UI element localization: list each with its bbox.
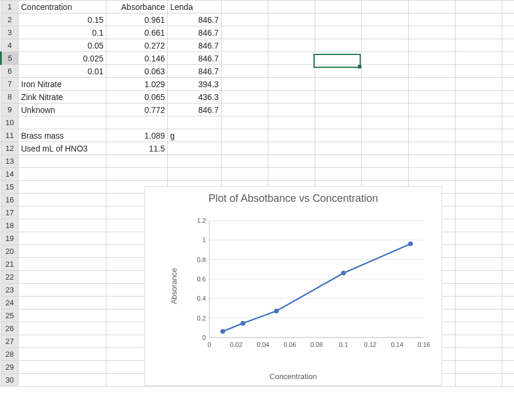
row-header[interactable]: 17: [1, 206, 19, 219]
cell[interactable]: [456, 52, 502, 65]
cell[interactable]: [362, 129, 409, 142]
cell[interactable]: [502, 142, 515, 155]
cell[interactable]: [268, 116, 315, 129]
cell[interactable]: [409, 104, 456, 116]
cell-A22[interactable]: [19, 271, 106, 284]
cell[interactable]: [222, 26, 268, 39]
chart-object[interactable]: Plot of Absotbance vs Concentration Abso…: [144, 186, 442, 386]
cell[interactable]: [362, 39, 409, 52]
cell[interactable]: [315, 129, 362, 142]
cell[interactable]: [362, 142, 409, 155]
cell[interactable]: [362, 155, 409, 168]
cell[interactable]: [502, 78, 515, 91]
cell[interactable]: [502, 232, 515, 245]
row-header[interactable]: 13: [1, 155, 19, 168]
cell-A6[interactable]: 0.01: [19, 65, 106, 78]
row-header[interactable]: 10: [1, 116, 19, 129]
row-header[interactable]: 9: [1, 104, 19, 116]
cell[interactable]: [409, 91, 456, 104]
row-header[interactable]: 1: [1, 1, 19, 13]
cell-B5[interactable]: 0.146: [106, 52, 168, 65]
row-header[interactable]: 27: [1, 335, 19, 348]
cell[interactable]: [502, 245, 515, 258]
cell[interactable]: [315, 52, 362, 65]
cell-A12[interactable]: Used mL of HNO3: [19, 142, 106, 155]
cell-C14[interactable]: [168, 168, 222, 181]
cell[interactable]: [456, 335, 502, 348]
cell[interactable]: [409, 142, 456, 155]
cell[interactable]: [502, 39, 515, 52]
cell[interactable]: [456, 271, 502, 284]
cell[interactable]: [456, 258, 502, 271]
cell[interactable]: [456, 104, 502, 116]
cell-C7[interactable]: 394.3: [168, 78, 222, 91]
cell[interactable]: [362, 104, 409, 116]
cell-C12[interactable]: [168, 142, 222, 155]
cell[interactable]: [456, 116, 502, 129]
cell-C11[interactable]: g: [168, 129, 222, 142]
cell[interactable]: [362, 91, 409, 104]
row-header[interactable]: 30: [1, 374, 19, 387]
row-header[interactable]: 25: [1, 309, 19, 322]
cell-B2[interactable]: 0.961: [106, 13, 168, 26]
cell-A28[interactable]: [19, 348, 106, 361]
cell-C10[interactable]: [168, 116, 222, 129]
cell[interactable]: [409, 52, 456, 65]
cell[interactable]: [456, 65, 502, 78]
cell[interactable]: [268, 78, 315, 91]
row-header[interactable]: 8: [1, 91, 19, 104]
cell-A2[interactable]: 0.15: [19, 13, 106, 26]
cell[interactable]: [362, 52, 409, 65]
cell[interactable]: [456, 26, 502, 39]
cell[interactable]: [502, 271, 515, 284]
cell-B13[interactable]: [106, 155, 168, 168]
cell[interactable]: [315, 26, 362, 39]
cell[interactable]: [456, 322, 502, 335]
cell[interactable]: [315, 1, 362, 13]
cell-A14[interactable]: [19, 168, 106, 181]
cell[interactable]: [456, 155, 502, 168]
cell-A7[interactable]: Iron Nitrate: [19, 78, 106, 91]
cell[interactable]: [362, 78, 409, 91]
cell[interactable]: [502, 284, 515, 297]
cell[interactable]: [456, 181, 502, 194]
cell[interactable]: [409, 13, 456, 26]
cell-C4[interactable]: 846.7: [168, 39, 222, 52]
cell[interactable]: [222, 142, 268, 155]
cell[interactable]: [456, 13, 502, 26]
cell-B8[interactable]: 0.065: [106, 91, 168, 104]
cell[interactable]: [268, 142, 315, 155]
cell[interactable]: [409, 129, 456, 142]
cell[interactable]: [268, 129, 315, 142]
cell[interactable]: [315, 65, 362, 78]
cell[interactable]: [222, 52, 268, 65]
row-header[interactable]: 5: [1, 52, 19, 65]
cell[interactable]: [362, 26, 409, 39]
cell-A30[interactable]: [19, 374, 106, 387]
cell[interactable]: [268, 91, 315, 104]
cell-A5[interactable]: 0.025: [19, 52, 106, 65]
cell-B4[interactable]: 0.272: [106, 39, 168, 52]
cell[interactable]: [315, 142, 362, 155]
cell[interactable]: [222, 116, 268, 129]
cell[interactable]: [456, 284, 502, 297]
cell[interactable]: [315, 155, 362, 168]
cell[interactable]: [222, 65, 268, 78]
cell[interactable]: [456, 374, 502, 387]
cell[interactable]: [502, 116, 515, 129]
cell[interactable]: [315, 13, 362, 26]
cell[interactable]: [222, 129, 268, 142]
cell-A4[interactable]: 0.05: [19, 39, 106, 52]
cell-A3[interactable]: 0.1: [19, 26, 106, 39]
cell[interactable]: [362, 1, 409, 13]
cell[interactable]: [502, 219, 515, 232]
cell-A8[interactable]: Zink Nitrate: [19, 91, 106, 104]
cell[interactable]: [315, 91, 362, 104]
cell[interactable]: [268, 39, 315, 52]
cell[interactable]: [456, 206, 502, 219]
row-header[interactable]: 20: [1, 245, 19, 258]
cell-A13[interactable]: [19, 155, 106, 168]
cell[interactable]: [502, 129, 515, 142]
cell[interactable]: [456, 78, 502, 91]
cell[interactable]: [362, 65, 409, 78]
